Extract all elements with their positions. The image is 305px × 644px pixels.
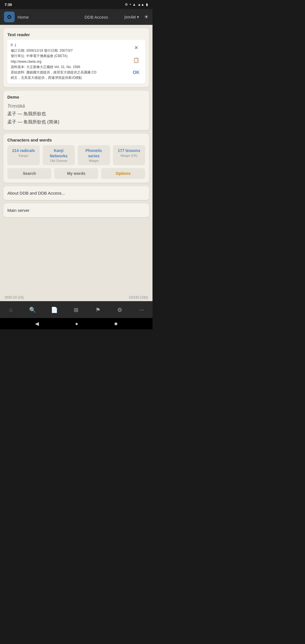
demo-item-1[interactable]: Triṃśikā bbox=[7, 102, 145, 110]
close-icon: ✕ bbox=[134, 45, 138, 51]
dot-icon: • bbox=[130, 3, 131, 6]
my-words-label: My words bbox=[58, 171, 94, 176]
signal-icon: ▲▲ bbox=[138, 3, 144, 6]
tr-line7: 經文，北美某大德提供，西蓮淨苑提供新式標點 bbox=[11, 75, 128, 80]
status-icons: ⚙ • ▲ ▲▲ ▮ bbox=[125, 3, 148, 6]
search-label: Search bbox=[11, 171, 47, 176]
demo-card: Demo Triṃśikā 孟子 — 魚我所欲也 孟子 — 鱼我所欲也 (简体) bbox=[3, 91, 149, 130]
search-nav-icon: 🔍 bbox=[29, 306, 36, 313]
tr-line1: P. 1 bbox=[11, 43, 128, 48]
home-button[interactable]: ● bbox=[75, 321, 78, 327]
lessons-sub: Wieger (FR) bbox=[117, 154, 141, 157]
wifi-icon: ▲ bbox=[132, 3, 136, 6]
about-card[interactable]: About DDB and DDB Access... bbox=[3, 186, 149, 200]
ddb-access-link[interactable]: DDB Access bbox=[71, 15, 121, 19]
options-label: Options bbox=[105, 171, 141, 176]
text-reader-title: Text reader bbox=[7, 32, 145, 37]
options-button[interactable]: Options bbox=[101, 168, 145, 179]
radicals-button[interactable]: 214 radicals Kangxi bbox=[7, 145, 40, 165]
brightness-icon[interactable]: ☀ bbox=[144, 14, 149, 20]
demo-item-3[interactable]: 孟子 — 鱼我所欲也 (简体) bbox=[7, 118, 145, 126]
footer-info: 2020.10 (15) 13/192 (192) bbox=[0, 294, 152, 301]
demo-item-2[interactable]: 孟子 — 魚我所欲也 bbox=[7, 110, 145, 118]
search-button[interactable]: Search bbox=[7, 168, 51, 179]
tr-line5: 資料底本: 大正新脩大正藏經 Vol. 31, No. 1586 bbox=[11, 64, 128, 70]
tr-line6: 原始資料: 蕭鎮國大德提供，維習安大德提供之高麗藏 CD bbox=[11, 70, 128, 75]
lessons-label: 177 lessons bbox=[117, 148, 141, 153]
my-words-button[interactable]: My words bbox=[54, 168, 98, 179]
nav-search-button[interactable]: 🔍 bbox=[22, 301, 43, 318]
nav-more-button[interactable]: ··· bbox=[131, 301, 152, 318]
nav-home-button[interactable]: ⌂ bbox=[0, 301, 22, 318]
phonetic-label: Phonetic series bbox=[82, 148, 106, 158]
docs-nav-icon: 📄 bbox=[51, 306, 58, 313]
characters-grid-row2: Search My words Options bbox=[7, 168, 145, 179]
server-card: Main server bbox=[3, 203, 149, 217]
demo-list: Triṃśikā 孟子 — 魚我所欲也 孟子 — 鱼我所欲也 (简体) bbox=[7, 102, 145, 126]
server-title: Main server bbox=[7, 208, 29, 213]
text-reader-actions: ✕ 📋 OK bbox=[130, 43, 142, 78]
ok-button[interactable]: OK bbox=[130, 68, 142, 78]
grid-nav-icon: ⊞ bbox=[74, 306, 79, 313]
back-button[interactable]: ◀ bbox=[35, 321, 39, 327]
more-nav-icon: ··· bbox=[139, 306, 144, 313]
status-bar: 7:39 ⚙ • ▲ ▲▲ ▮ bbox=[0, 0, 152, 9]
phonetic-sub: Wieger bbox=[82, 159, 106, 162]
settings-status-icon: ⚙ bbox=[125, 3, 128, 6]
kanji-label: Kanji Networks bbox=[47, 148, 71, 158]
copy-button[interactable]: 📋 bbox=[131, 55, 141, 65]
nav-docs-button[interactable]: 📄 bbox=[43, 301, 65, 318]
bottom-nav: ⌂ 🔍 📄 ⊞ ⚑ ⚙ ··· bbox=[0, 301, 152, 318]
phonetic-series-button[interactable]: Phonetic series Wieger bbox=[78, 145, 110, 165]
text-reader-body: P. 1 修訂日期: 2006/12/19 發行日期: 2007/3/7 發行單… bbox=[11, 43, 128, 80]
demo-title: Demo bbox=[7, 95, 145, 99]
footer-version: 2020.10 (15) bbox=[5, 295, 24, 299]
home-nav-link[interactable]: Home bbox=[18, 15, 68, 19]
tr-line2: 修訂日期: 2006/12/19 發行日期: 2007/3/7 bbox=[11, 48, 128, 53]
nav-grid-button[interactable]: ⊞ bbox=[65, 301, 87, 318]
tr-line4: http://www.cbeta.org bbox=[11, 59, 128, 64]
close-button[interactable]: ✕ bbox=[131, 43, 141, 53]
characters-card: Characters and words 214 radicals Kangxi… bbox=[3, 134, 149, 183]
app-logo[interactable]: ⚙ bbox=[4, 12, 15, 22]
settings-nav-icon: ⚙ bbox=[117, 306, 122, 313]
battery-icon: ▮ bbox=[146, 3, 148, 6]
system-nav: ◀ ● ■ bbox=[0, 318, 152, 329]
main-content: Text reader P. 1 修訂日期: 2006/12/19 發行日期: … bbox=[0, 25, 152, 294]
recent-button[interactable]: ■ bbox=[114, 321, 117, 327]
kanji-networks-button[interactable]: Kanji Networks Old Chinese bbox=[43, 145, 75, 165]
kanji-sub: Old Chinese bbox=[47, 159, 71, 162]
radicals-sub: Kangxi bbox=[11, 154, 36, 157]
flag-nav-icon: ⚑ bbox=[95, 306, 101, 313]
footer-count: 13/192 (192) bbox=[129, 295, 148, 299]
about-text: About DDB and DDB Access... bbox=[7, 191, 65, 195]
username-label: jsoulat bbox=[125, 15, 136, 19]
text-reader-card: Text reader P. 1 修訂日期: 2006/12/19 發行日期: … bbox=[3, 28, 149, 87]
copy-icon: 📋 bbox=[133, 57, 139, 63]
characters-title: Characters and words bbox=[7, 138, 145, 142]
user-menu[interactable]: jsoulat ▾ bbox=[125, 15, 139, 19]
tr-line3: 發行單位: 中華電子佛典協會 (CBETA) bbox=[11, 53, 128, 59]
home-nav-icon: ⌂ bbox=[9, 306, 13, 313]
status-time: 7:39 bbox=[5, 3, 12, 7]
lessons-button[interactable]: 177 lessons Wieger (FR) bbox=[113, 145, 145, 165]
characters-grid-row1: 214 radicals Kangxi Kanji Networks Old C… bbox=[7, 145, 145, 165]
nav-settings-button[interactable]: ⚙ bbox=[109, 301, 131, 318]
nav-flag-button[interactable]: ⚑ bbox=[87, 301, 109, 318]
dropdown-icon: ▾ bbox=[137, 15, 139, 19]
radicals-label: 214 radicals bbox=[11, 148, 36, 153]
top-nav: ⚙ Home DDB Access jsoulat ▾ ☀ bbox=[0, 9, 152, 25]
text-reader-inner: P. 1 修訂日期: 2006/12/19 發行日期: 2007/3/7 發行單… bbox=[7, 40, 145, 83]
